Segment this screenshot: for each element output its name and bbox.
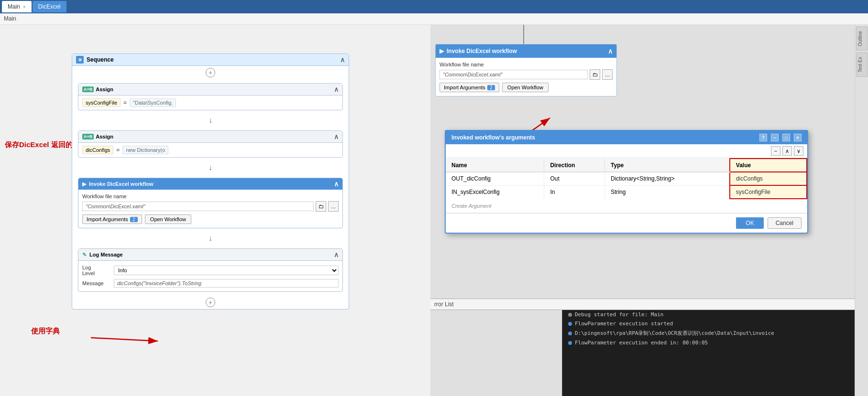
assign-val-2: new Dictionary(o	[122, 146, 168, 154]
assign-box-1: A+B Assign ∧ sysConfigFile = "Data\SysCo…	[78, 83, 343, 110]
row-value-2[interactable]: sysConfigFile	[730, 185, 807, 199]
dialog-cancel-button[interactable]: Cancel	[768, 217, 802, 229]
row-direction-2: In	[544, 185, 605, 199]
log-level-label: LogLevel	[82, 265, 111, 276]
invoke-panel-import-badge: 2	[487, 85, 495, 90]
assign-equals-2: =	[116, 147, 120, 153]
dialog-table-header-row: Name Direction Type Value	[446, 159, 807, 172]
invoke-panel-workflow-label: Workflow file name	[439, 62, 613, 67]
col-name: Name	[446, 159, 544, 172]
invoke-panel-import-btn[interactable]: Import Arguments 2	[439, 83, 499, 92]
assign-icon-1: A+B	[82, 86, 94, 92]
assign-body-1: sysConfigFile = "Data\SysConfig.	[78, 96, 342, 110]
canvas-area: 将sysconfig 路径传给DicExcel 保存DicExcel 返回的字典…	[0, 25, 430, 396]
log-body: LogLevel Info Message dicConfigs("Invoic…	[78, 261, 342, 291]
sidebar-test-tab[interactable]: Test Ex	[856, 53, 868, 77]
row-name-2: IN_sysExcelConfig	[446, 185, 544, 199]
tab-main-close[interactable]: ×	[23, 4, 26, 10]
debug-text-1: Debug started for file: Main	[575, 311, 663, 318]
dialog-footer: OK Cancel	[446, 213, 807, 233]
dialog-down-btn[interactable]: ∨	[794, 146, 803, 156]
assign-var-2: dicConfigs	[82, 146, 113, 154]
tab-main[interactable]: Main ×	[2, 1, 32, 12]
log-edit-icon: ✎	[82, 252, 87, 258]
invoke-collapse-left[interactable]: ∧	[334, 180, 339, 188]
log-message-row: Message dicConfigs("InvoiceFolder").ToSt…	[82, 279, 339, 288]
row-value-1[interactable]: dicConfigs	[730, 172, 807, 185]
assign-body-2: dicConfigs = new Dictionary(o	[78, 143, 342, 157]
assign-collapse-2[interactable]: ∧	[334, 133, 339, 140]
file-input-left[interactable]: "Common\DicExcel.xaml"	[82, 202, 314, 211]
log-message-label: Message	[82, 280, 111, 286]
invoke-header-left-content: ▶ Invoke DicExcel workflow	[82, 181, 154, 187]
invoke-panel-right: ▶ Invoke DicExcel workflow ∧ Workflow fi…	[435, 44, 617, 96]
assign-val-1: "Data\SysConfig.	[130, 98, 176, 107]
tab-dicexcel[interactable]: DicExcel	[33, 1, 66, 12]
invoke-dialog: Invoked workflow's arguments ? − □ × − ∧…	[445, 130, 808, 234]
plus-top-btn[interactable]: +	[206, 68, 215, 77]
dialog-question-btn[interactable]: ?	[759, 134, 767, 141]
open-workflow-btn-left[interactable]: Open Workflow	[145, 214, 191, 224]
file-folder-btn-left[interactable]: 🗀	[316, 201, 326, 212]
row-direction-1: Out	[544, 172, 605, 185]
assign-collapse-1[interactable]: ∧	[334, 86, 339, 93]
invoke-panel-file-input[interactable]: "Common\DicExcel.xaml"	[439, 70, 588, 79]
file-ellipsis-btn-left[interactable]: …	[328, 201, 339, 212]
invoke-title-left: Invoke DicExcel workflow	[89, 181, 154, 187]
dialog-minimize-btn[interactable]: −	[771, 134, 779, 141]
invoke-play-icon-left: ▶	[82, 181, 86, 187]
debug-dot-3	[568, 332, 572, 335]
debug-line-3: D:\pingesoft\rpa\RPA录制\Code\OCR发票识别\code…	[562, 328, 868, 338]
invoke-panel-collapse[interactable]: ∧	[608, 47, 613, 55]
debug-text-4: FlowParameter execution ended in: 00:00:…	[575, 340, 708, 346]
invoke-panel-folder-btn[interactable]: 🗀	[590, 69, 600, 80]
invoke-body-left: Workflow file name "Common\DicExcel.xaml…	[78, 190, 342, 228]
sequence-title: Sequence	[87, 56, 114, 63]
invoke-play-icon-right: ▶	[439, 48, 444, 54]
debug-text-2: FlowParameter execution started	[575, 321, 673, 327]
create-argument[interactable]: Create Argument	[446, 199, 807, 213]
assign-header-left-2: A+B Assign	[82, 134, 113, 139]
debug-line-1: Debug started for file: Main	[562, 310, 868, 319]
dialog-up-btn[interactable]: ∧	[782, 146, 792, 156]
log-title: Log Message	[89, 252, 123, 257]
log-collapse-btn[interactable]: ∧	[334, 251, 339, 258]
sequence-collapse-btn[interactable]: ∧	[340, 56, 345, 64]
assign-icon-2: A+B	[82, 134, 94, 139]
invoke-panel-file-row: "Common\DicExcel.xaml" 🗀 …	[439, 69, 613, 80]
dialog-minus-btn[interactable]: −	[771, 146, 780, 156]
log-message-input[interactable]: dicConfigs("InvoiceFolder").ToString	[114, 279, 339, 288]
invoke-panel-ellipsis-btn[interactable]: …	[602, 69, 613, 80]
assign-header-left-1: A+B Assign	[82, 86, 113, 92]
debug-line-4: FlowParameter execution ended in: 00:00:…	[562, 338, 868, 347]
log-level-row: LogLevel Info	[82, 265, 339, 276]
assign-box-2: A+B Assign ∧ dicConfigs = new Dictionary…	[78, 130, 343, 158]
debug-line-2: FlowParameter execution started	[562, 319, 868, 328]
assign-header-1: A+B Assign ∧	[78, 84, 342, 96]
import-args-btn-left[interactable]: Import Arguments 2	[82, 214, 142, 224]
invoke-panel-header-right: ▶ Invoke DicExcel workflow ∧	[436, 44, 616, 58]
connector-line	[523, 25, 524, 44]
main-layout: 将sysconfig 路径传给DicExcel 保存DicExcel 返回的字典…	[0, 25, 868, 396]
log-level-select[interactable]: Info	[114, 266, 339, 275]
dialog-close-btn[interactable]: ×	[794, 134, 802, 141]
invoke-panel-open-workflow-btn[interactable]: Open Workflow	[502, 83, 549, 92]
plus-bottom: +	[72, 296, 349, 309]
right-sidebar: Outline Test Ex	[855, 25, 868, 396]
invoke-panel-import-label: Import Arguments	[444, 85, 485, 90]
invoke-panel-import-row: Import Arguments 2 Open Workflow	[439, 83, 613, 92]
sidebar-outline-tab[interactable]: Outline	[856, 27, 868, 51]
dialog-maximize-btn[interactable]: □	[782, 134, 790, 141]
assign-var-1: sysConfigFile	[82, 98, 121, 107]
log-box: ✎ Log Message ∧ LogLevel Info Message di	[78, 248, 343, 292]
assign-label-1: Assign	[96, 86, 113, 92]
invoke-header-left: ▶ Invoke DicExcel workflow ∧	[78, 178, 342, 190]
log-header-content: ✎ Log Message	[82, 252, 123, 258]
dialog-ok-button[interactable]: OK	[736, 217, 763, 229]
invoke-panel-body: Workflow file name "Common\DicExcel.xaml…	[436, 58, 616, 96]
tab-dicexcel-label: DicExcel	[38, 3, 61, 10]
dialog-title-bar: Invoked workflow's arguments ? − □ ×	[446, 131, 807, 144]
error-list-label: rror List	[434, 301, 454, 308]
invoke-workflow-label-left: Workflow file name	[82, 193, 339, 199]
plus-bottom-btn[interactable]: +	[206, 298, 215, 307]
